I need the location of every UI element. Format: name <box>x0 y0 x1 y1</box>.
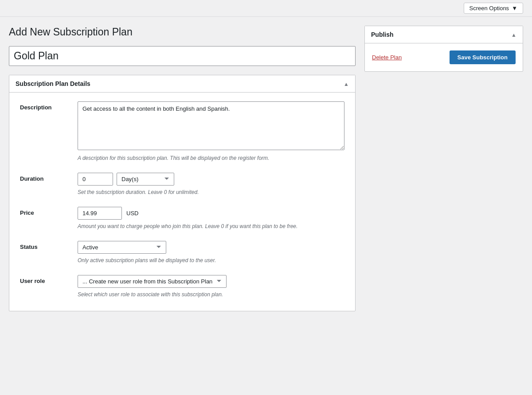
publish-title: Publish <box>371 31 394 38</box>
user-role-label: User role <box>20 275 69 284</box>
status-row: Status Active Inactive Only active subsc… <box>20 241 344 264</box>
plan-title-input[interactable] <box>9 46 355 66</box>
description-textarea[interactable]: Get access to all the content in both En… <box>78 101 344 150</box>
publish-body: Delete Plan Save Subscription <box>365 43 523 71</box>
user-role-select[interactable]: ... Create new user role from this Subsc… <box>78 275 227 288</box>
price-field: USD Amount you want to charge people who… <box>78 207 344 230</box>
save-subscription-button[interactable]: Save Subscription <box>450 50 516 64</box>
screen-options-label: Screen Options <box>469 5 509 12</box>
user-role-hint: Select which user role to associate with… <box>78 290 344 298</box>
left-panel: Add New Subscription Plan Subscription P… <box>9 26 356 311</box>
duration-row: Duration Day(s) Week(s) Month(s) Year(s)… <box>20 173 344 196</box>
status-field: Active Inactive Only active subscription… <box>78 241 344 264</box>
publish-box: Publish Delete Plan Save Subscription <box>364 26 523 72</box>
delete-plan-button[interactable]: Delete Plan <box>372 54 402 61</box>
currency-label: USD <box>126 210 138 217</box>
description-label: Description <box>20 101 69 111</box>
status-label: Status <box>20 241 69 250</box>
duration-value-input[interactable] <box>78 173 113 186</box>
duration-group: Day(s) Week(s) Month(s) Year(s) <box>78 173 344 186</box>
price-row: Price USD Amount you want to charge peop… <box>20 207 344 230</box>
status-select[interactable]: Active Inactive <box>78 241 166 254</box>
details-panel: Subscription Plan Details Description Ge… <box>9 75 356 311</box>
title-input-wrapper <box>9 46 356 66</box>
publish-header: Publish <box>365 26 523 43</box>
screen-options-button[interactable]: Screen Options ▼ <box>464 3 523 14</box>
main-content: Add New Subscription Plan Subscription P… <box>0 17 532 320</box>
price-input[interactable] <box>78 207 122 220</box>
collapse-icon[interactable] <box>344 80 349 88</box>
details-panel-header: Subscription Plan Details <box>9 75 355 93</box>
price-hint: Amount you want to charge people who joi… <box>78 222 344 230</box>
duration-unit-select[interactable]: Day(s) Week(s) Month(s) Year(s) <box>117 173 174 186</box>
publish-collapse-icon[interactable] <box>511 31 516 39</box>
status-hint: Only active subscription plans will be d… <box>78 256 344 264</box>
details-panel-title: Subscription Plan Details <box>16 80 90 87</box>
duration-field: Day(s) Week(s) Month(s) Year(s) Set the … <box>78 173 344 196</box>
description-hint: A description for this subscription plan… <box>78 154 344 162</box>
chevron-down-icon: ▼ <box>512 5 517 12</box>
right-panel: Publish Delete Plan Save Subscription <box>364 26 523 72</box>
duration-hint: Set the subscription duration. Leave 0 f… <box>78 188 344 196</box>
description-row: Description Get access to all the conten… <box>20 101 344 162</box>
price-group: USD <box>78 207 344 220</box>
price-label: Price <box>20 207 69 216</box>
description-field: Get access to all the content in both En… <box>78 101 344 162</box>
user-role-field: ... Create new user role from this Subsc… <box>78 275 344 298</box>
user-role-row: User role ... Create new user role from … <box>20 275 344 298</box>
top-bar: Screen Options ▼ <box>0 0 532 17</box>
duration-label: Duration <box>20 173 69 182</box>
page-title: Add New Subscription Plan <box>9 26 356 39</box>
details-panel-body: Description Get access to all the conten… <box>9 93 355 311</box>
